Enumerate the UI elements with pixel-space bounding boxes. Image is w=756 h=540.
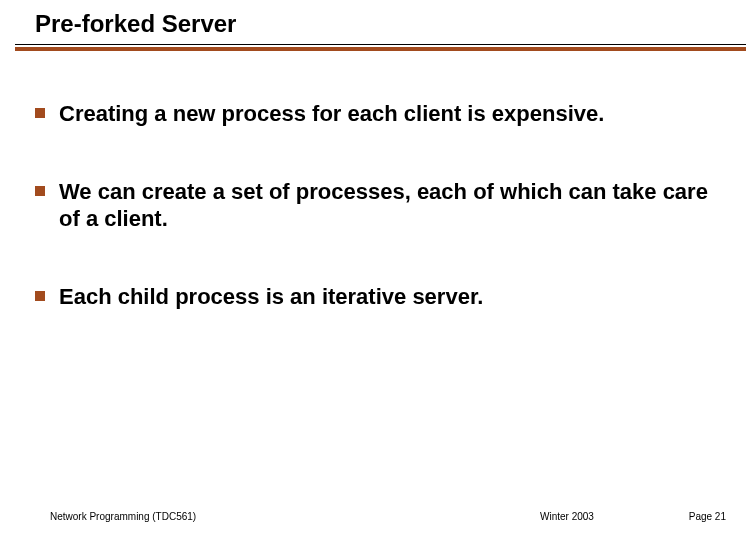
footer-course: Network Programming (TDC561) xyxy=(50,511,196,522)
divider-thin-line xyxy=(15,44,746,45)
title-area: Pre-forked Server xyxy=(35,10,236,38)
bullet-item: Creating a new process for each client i… xyxy=(35,100,716,128)
bullet-text: We can create a set of processes, each o… xyxy=(59,178,716,233)
square-bullet-icon xyxy=(35,108,45,118)
footer-page: Page 21 xyxy=(689,511,726,522)
title-divider xyxy=(15,44,746,50)
divider-thick-line xyxy=(15,47,746,51)
square-bullet-icon xyxy=(35,186,45,196)
bullet-item: Each child process is an iterative serve… xyxy=(35,283,716,311)
footer-term: Winter 2003 xyxy=(540,511,594,522)
slide: Pre-forked Server Creating a new process… xyxy=(0,0,756,540)
content-area: Creating a new process for each client i… xyxy=(35,100,716,360)
square-bullet-icon xyxy=(35,291,45,301)
bullet-item: We can create a set of processes, each o… xyxy=(35,178,716,233)
bullet-text: Creating a new process for each client i… xyxy=(59,100,604,128)
footer: Network Programming (TDC561) Winter 2003… xyxy=(0,504,756,522)
bullet-text: Each child process is an iterative serve… xyxy=(59,283,483,311)
slide-title: Pre-forked Server xyxy=(35,10,236,38)
